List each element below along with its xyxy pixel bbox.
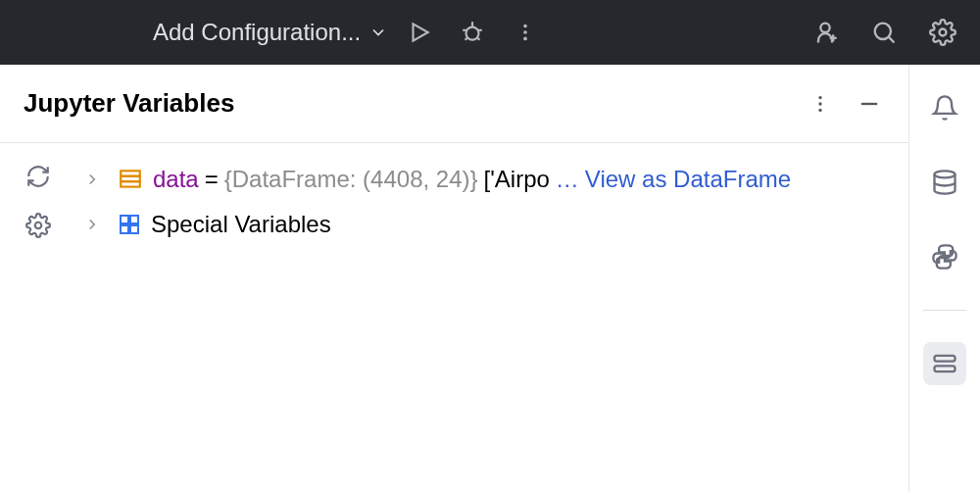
toolbar-right-group [804,11,964,54]
run-configuration-dropdown[interactable]: Add Configuration... [153,19,388,46]
svg-point-20 [35,222,42,229]
equals-sign: = [205,166,219,193]
svg-line-6 [476,37,479,39]
jupyter-variables-panel: Jupyter Variables [0,65,909,492]
svg-rect-26 [121,225,128,233]
svg-point-28 [935,171,956,177]
dataframe-icon [118,167,143,192]
expand-chevron-icon[interactable] [76,171,108,188]
panel-title: Jupyter Variables [24,88,234,119]
refresh-button[interactable] [23,161,54,192]
panel-header: Jupyter Variables [0,65,908,143]
debug-button[interactable] [451,11,494,54]
variables-settings-button[interactable] [23,210,54,241]
variable-type: {DataFrame: (4408, 24)} [224,166,478,193]
truncation-ellipsis: … [556,166,579,193]
chevron-down-icon [368,23,388,42]
variables-tree: data = {DataFrame: (4408, 24)} ['Airpo…V… [76,143,908,492]
settings-button[interactable] [921,11,964,54]
panel-body: data = {DataFrame: (4408, 24)} ['Airpo…V… [0,143,908,492]
svg-rect-27 [130,225,138,233]
configuration-label: Add Configuration... [153,19,361,46]
svg-point-10 [820,24,829,32]
svg-rect-29 [935,356,956,362]
group-icon [118,213,141,236]
variable-row-special[interactable]: Special Variables [76,202,908,247]
toolbar-left-group: Add Configuration... [153,11,547,54]
variable-name: data [153,166,199,193]
svg-point-16 [818,95,821,98]
svg-point-8 [523,30,527,34]
svg-point-7 [523,25,527,28]
right-tool-rail [909,65,980,492]
variable-preview: ['Airpo [484,166,550,193]
variable-row-data[interactable]: data = {DataFrame: (4408, 24)} ['Airpo…V… [76,157,908,202]
run-button[interactable] [398,11,441,54]
svg-point-13 [875,24,891,39]
svg-rect-24 [121,216,128,223]
database-button[interactable] [923,161,966,204]
svg-point-15 [940,29,947,36]
svg-point-17 [818,102,821,105]
minimize-panel-button[interactable] [854,88,885,120]
rail-separator [923,310,966,311]
search-button[interactable] [862,11,906,54]
view-as-dataframe-link[interactable]: View as DataFrame [585,166,791,193]
code-with-me-button[interactable] [804,11,847,54]
svg-rect-30 [935,366,956,371]
svg-rect-25 [130,216,138,223]
top-toolbar: Add Configuration... [0,0,980,65]
svg-line-5 [466,37,468,39]
more-actions-button[interactable] [504,11,547,54]
variable-text: data = {DataFrame: (4408, 24)} ['Airpo…V… [153,166,908,193]
svg-point-18 [818,108,821,111]
svg-marker-0 [414,24,428,40]
expand-chevron-icon[interactable] [76,216,108,233]
python-console-button[interactable] [923,235,966,278]
panel-gutter [0,143,76,492]
panel-options-button[interactable] [805,88,836,120]
svg-point-9 [523,37,527,41]
svg-line-14 [889,37,895,43]
svg-rect-23 [121,181,140,186]
jupyter-variables-rail-button[interactable] [923,342,966,385]
main-area: Jupyter Variables [0,65,980,492]
special-variables-label: Special Variables [151,211,331,238]
panel-header-actions [805,88,885,120]
notifications-button[interactable] [923,86,966,129]
